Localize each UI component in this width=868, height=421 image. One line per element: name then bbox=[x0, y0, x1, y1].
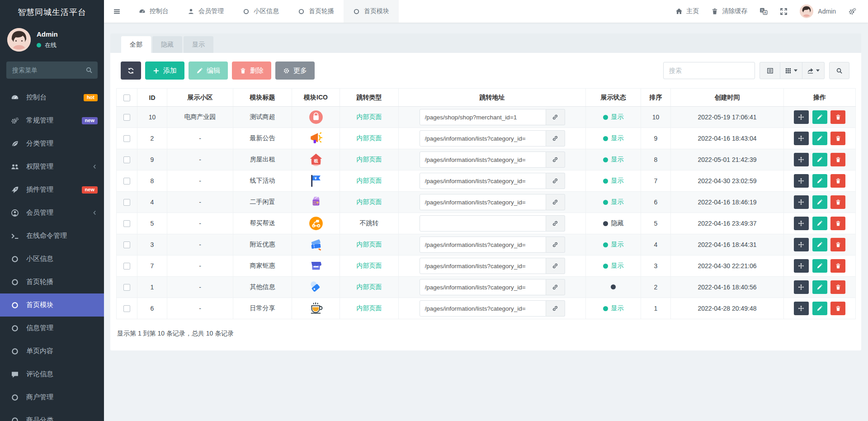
sidebar-item-10[interactable]: 信息管理 bbox=[0, 317, 104, 340]
search-submit-button[interactable] bbox=[829, 62, 849, 79]
translate-icon[interactable]: 文A bbox=[760, 7, 768, 15]
drag-move-button[interactable] bbox=[794, 132, 809, 145]
sidebar-item-9[interactable]: 首页模块 bbox=[0, 293, 104, 317]
delete-row-button[interactable] bbox=[830, 195, 845, 209]
delete-row-button[interactable] bbox=[830, 153, 845, 166]
drag-move-button[interactable] bbox=[794, 110, 809, 124]
drag-move-button[interactable] bbox=[794, 302, 809, 315]
sidebar-search-input[interactable] bbox=[6, 61, 98, 79]
link-button[interactable] bbox=[546, 173, 565, 189]
status-badge[interactable]: 显示 bbox=[603, 177, 624, 185]
nav-tab-4[interactable]: 首页模块 bbox=[344, 0, 399, 23]
delete-button[interactable]: 删除 bbox=[232, 61, 271, 80]
edit-row-button[interactable] bbox=[812, 174, 827, 188]
status-badge[interactable]: 显示 bbox=[603, 304, 624, 312]
drag-move-button[interactable] bbox=[794, 259, 809, 273]
nav-tab-2[interactable]: 小区信息 bbox=[233, 0, 288, 23]
jump-url-input[interactable] bbox=[420, 194, 546, 210]
link-button[interactable] bbox=[546, 258, 565, 274]
sidebar-item-11[interactable]: 单页内容 bbox=[0, 340, 104, 363]
sidebar-item-2[interactable]: 分类管理 bbox=[0, 132, 104, 155]
more-button[interactable]: 更多 bbox=[275, 61, 315, 80]
home-link[interactable]: 主页 bbox=[675, 7, 699, 15]
filter-tab-1[interactable]: 隐藏 bbox=[152, 36, 182, 53]
sidebar-item-14[interactable]: 商品分类 bbox=[0, 409, 104, 421]
link-button[interactable] bbox=[546, 279, 565, 295]
sidebar-item-12[interactable]: 评论信息 bbox=[0, 363, 104, 386]
edit-row-button[interactable] bbox=[812, 217, 827, 230]
row-checkbox[interactable] bbox=[123, 284, 130, 291]
edit-row-button[interactable] bbox=[812, 280, 827, 294]
columns-grid-icon-button[interactable] bbox=[780, 62, 802, 79]
nav-tab-0[interactable]: 控制台 bbox=[129, 0, 178, 23]
link-button[interactable] bbox=[546, 215, 565, 232]
delete-row-button[interactable] bbox=[830, 217, 845, 230]
link-button[interactable] bbox=[546, 300, 565, 317]
delete-row-button[interactable] bbox=[830, 132, 845, 145]
sidebar-item-13[interactable]: 商户管理 bbox=[0, 386, 104, 409]
jump-url-input[interactable] bbox=[420, 109, 546, 125]
jump-url-input[interactable] bbox=[420, 215, 546, 232]
edit-row-button[interactable] bbox=[812, 153, 827, 166]
export-icon-button[interactable] bbox=[802, 62, 825, 79]
refresh-button[interactable] bbox=[121, 61, 141, 80]
drag-move-button[interactable] bbox=[794, 238, 809, 251]
link-button[interactable] bbox=[546, 237, 565, 253]
drag-move-button[interactable] bbox=[794, 195, 809, 209]
clear-cache-link[interactable]: 清除缓存 bbox=[711, 7, 747, 15]
sidebar-item-7[interactable]: 小区信息 bbox=[0, 247, 104, 270]
sidebar-item-3[interactable]: 权限管理 bbox=[0, 155, 104, 178]
delete-row-button[interactable] bbox=[830, 280, 845, 294]
detail-view-icon-button[interactable] bbox=[760, 62, 780, 79]
row-checkbox[interactable] bbox=[123, 263, 130, 270]
link-button[interactable] bbox=[546, 151, 565, 168]
edit-row-button[interactable] bbox=[812, 302, 827, 315]
edit-row-button[interactable] bbox=[812, 238, 827, 251]
jump-url-input[interactable] bbox=[420, 173, 546, 189]
nav-tab-1[interactable]: 会员管理 bbox=[178, 0, 233, 23]
drag-move-button[interactable] bbox=[794, 153, 809, 166]
edit-row-button[interactable] bbox=[812, 259, 827, 273]
row-checkbox[interactable] bbox=[123, 114, 130, 121]
status-badge[interactable]: 显示 bbox=[603, 156, 624, 164]
status-badge[interactable]: 隐藏 bbox=[603, 219, 624, 227]
row-checkbox[interactable] bbox=[123, 199, 130, 206]
sidebar-item-8[interactable]: 首页轮播 bbox=[0, 270, 104, 293]
filter-tab-0[interactable]: 全部 bbox=[121, 36, 151, 53]
user-menu[interactable]: Admin bbox=[800, 5, 836, 18]
delete-row-button[interactable] bbox=[830, 259, 845, 273]
jump-url-input[interactable] bbox=[420, 300, 546, 317]
link-button[interactable] bbox=[546, 194, 565, 210]
delete-row-button[interactable] bbox=[830, 302, 845, 315]
sidebar-item-5[interactable]: 会员管理 bbox=[0, 201, 104, 224]
edit-button[interactable]: 编辑 bbox=[189, 61, 228, 80]
hamburger-menu-button[interactable] bbox=[104, 0, 129, 23]
link-button[interactable] bbox=[546, 130, 565, 147]
delete-row-button[interactable] bbox=[830, 238, 845, 251]
row-checkbox[interactable] bbox=[123, 178, 130, 184]
status-badge[interactable]: 显示 bbox=[603, 134, 624, 142]
select-all-checkbox[interactable] bbox=[123, 95, 130, 101]
delete-row-button[interactable] bbox=[830, 110, 845, 124]
status-badge[interactable]: 显示 bbox=[603, 113, 624, 121]
row-checkbox[interactable] bbox=[123, 305, 130, 312]
edit-row-button[interactable] bbox=[812, 195, 827, 209]
add-button[interactable]: 添加 bbox=[145, 61, 184, 80]
status-badge[interactable] bbox=[611, 284, 616, 289]
row-checkbox[interactable] bbox=[123, 135, 130, 142]
table-search-input[interactable] bbox=[663, 62, 755, 79]
row-checkbox[interactable] bbox=[123, 220, 130, 227]
jump-url-input[interactable] bbox=[420, 258, 546, 274]
sidebar-item-1[interactable]: 常规管理 new bbox=[0, 109, 104, 132]
fullscreen-icon[interactable] bbox=[780, 8, 788, 15]
sidebar-item-0[interactable]: 控制台 hot bbox=[0, 86, 104, 109]
delete-row-button[interactable] bbox=[830, 174, 845, 188]
jump-url-input[interactable] bbox=[420, 237, 546, 253]
sidebar-item-4[interactable]: 插件管理 new bbox=[0, 178, 104, 201]
status-badge[interactable]: 显示 bbox=[603, 198, 624, 206]
settings-gears-icon[interactable] bbox=[848, 7, 856, 15]
sidebar-item-6[interactable]: 在线命令管理 bbox=[0, 224, 104, 247]
row-checkbox[interactable] bbox=[123, 156, 130, 163]
edit-row-button[interactable] bbox=[812, 110, 827, 124]
jump-url-input[interactable] bbox=[420, 151, 546, 168]
